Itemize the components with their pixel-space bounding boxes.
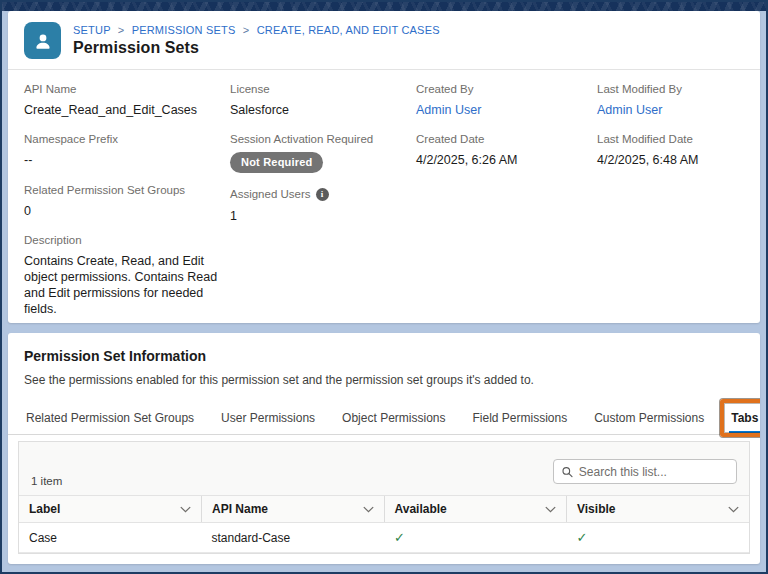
field-label: Created Date (416, 133, 597, 145)
column-header-text: Visible (577, 502, 615, 516)
breadcrumb-separator: > (243, 24, 250, 36)
column-header-text: Available (395, 502, 447, 516)
tabs-table: Label API Name (19, 495, 749, 553)
field-label: Related Permission Set Groups (24, 184, 230, 196)
chevron-down-icon[interactable] (180, 506, 191, 513)
field-namespace-prefix: Namespace Prefix -- (24, 133, 230, 168)
breadcrumb-permission-sets-link[interactable]: PERMISSION SETS (132, 24, 236, 36)
column-header-text: Label (29, 502, 60, 516)
field-value: Contains Create, Read, and Edit object p… (24, 253, 226, 317)
tabs-list-panel: 1 item Label (18, 441, 750, 554)
breadcrumb-current-page-link[interactable]: CREATE, READ, AND EDIT CASES (257, 24, 440, 36)
field-session-activation-required: Session Activation Required Not Required (230, 133, 416, 172)
field-label: Last Modified By (597, 83, 746, 95)
detail-column-4: Last Modified By Admin User Last Modifie… (597, 83, 746, 323)
column-header-text: API Name (212, 502, 268, 516)
field-created-date: Created Date 4/2/2025, 6:26 AM (416, 133, 597, 168)
table-header-row: Label API Name (19, 496, 749, 523)
column-header-label[interactable]: Label (19, 496, 202, 523)
item-count: 1 item (31, 475, 62, 487)
column-header-visible[interactable]: Visible (567, 496, 750, 523)
breadcrumb-setup-link[interactable]: SETUP (73, 24, 110, 36)
setup-header-band (2, 2, 766, 11)
field-label: Assigned Users (230, 188, 311, 200)
field-value: Salesforce (230, 102, 416, 118)
title-row: SETUP > PERMISSION SETS > CREATE, READ, … (8, 11, 760, 69)
field-assigned-users: Assigned Users i 1 (230, 188, 416, 224)
tab-user-permissions[interactable]: User Permissions (219, 402, 317, 434)
cell-label: Case (19, 523, 202, 553)
last-modified-by-user-link[interactable]: Admin User (597, 103, 662, 117)
detail-column-2: License Salesforce Session Activation Re… (230, 83, 416, 323)
checkmark-icon: ✓ (577, 530, 588, 545)
status-badge: Not Required (230, 152, 323, 172)
field-label: Session Activation Required (230, 133, 416, 145)
field-value: 0 (24, 203, 230, 219)
checkmark-icon: ✓ (394, 530, 405, 545)
field-license: License Salesforce (230, 83, 416, 118)
tab-tabs[interactable]: Tabs (729, 402, 760, 434)
permission-set-information-card: Permission Set Information See the permi… (8, 333, 760, 564)
page-title: Permission Sets (73, 39, 440, 57)
field-api-name: API Name Create_Read_and_Edit_Cases (24, 83, 230, 118)
tab-related-permission-set-groups[interactable]: Related Permission Set Groups (24, 402, 196, 434)
breadcrumb: SETUP > PERMISSION SETS > CREATE, READ, … (73, 24, 440, 36)
search-icon (562, 466, 573, 478)
column-header-api-name[interactable]: API Name (202, 496, 385, 523)
person-icon (32, 30, 54, 52)
field-label: Description (24, 234, 230, 246)
tab-object-permissions[interactable]: Object Permissions (340, 402, 447, 434)
chevron-down-icon[interactable] (728, 506, 739, 513)
list-toolbar: 1 item (19, 442, 749, 495)
cell-api-name: standard-Case (202, 523, 385, 553)
info-icon[interactable]: i (316, 188, 329, 201)
field-label: API Name (24, 83, 230, 95)
field-value: 1 (230, 208, 416, 224)
field-last-modified-by: Last Modified By Admin User (597, 83, 746, 118)
breadcrumb-separator: > (118, 24, 125, 36)
field-created-by: Created By Admin User (416, 83, 597, 118)
permission-set-user-icon (24, 22, 61, 59)
section-title: Permission Set Information (8, 333, 760, 364)
field-value: 4/2/2025, 6:26 AM (416, 152, 597, 168)
table-row[interactable]: Case standard-Case ✓ ✓ (19, 523, 749, 553)
tab-label: Tabs (731, 411, 758, 425)
detail-fields: API Name Create_Read_and_Edit_Cases Name… (8, 70, 760, 323)
chevron-down-icon[interactable] (545, 506, 556, 513)
search-input[interactable] (579, 465, 728, 479)
section-subtitle: See the permissions enabled for this per… (8, 364, 760, 387)
permission-set-header-card: SETUP > PERMISSION SETS > CREATE, READ, … (8, 11, 760, 323)
field-label: Created By (416, 83, 597, 95)
app-window: SETUP > PERMISSION SETS > CREATE, READ, … (0, 0, 768, 574)
chevron-down-icon[interactable] (363, 506, 374, 513)
field-description: Description Contains Create, Read, and E… (24, 234, 230, 317)
column-header-available[interactable]: Available (384, 496, 567, 523)
field-label: Last Modified Date (597, 133, 746, 145)
tab-custom-permissions[interactable]: Custom Permissions (592, 402, 706, 434)
detail-column-1: API Name Create_Read_and_Edit_Cases Name… (24, 83, 230, 323)
field-label: Namespace Prefix (24, 133, 230, 145)
field-label: License (230, 83, 416, 95)
created-by-user-link[interactable]: Admin User (416, 103, 481, 117)
search-box[interactable] (553, 459, 737, 484)
field-related-permission-set-groups: Related Permission Set Groups 0 (24, 184, 230, 219)
field-last-modified-date: Last Modified Date 4/2/2025, 6:48 AM (597, 133, 746, 168)
field-value: -- (24, 152, 230, 168)
detail-column-3: Created By Admin User Created Date 4/2/2… (416, 83, 597, 323)
field-value: Create_Read_and_Edit_Cases (24, 102, 230, 118)
tab-field-permissions[interactable]: Field Permissions (470, 402, 569, 434)
field-value: 4/2/2025, 6:48 AM (597, 152, 746, 168)
tab-bar: Related Permission Set Groups User Permi… (8, 402, 760, 435)
